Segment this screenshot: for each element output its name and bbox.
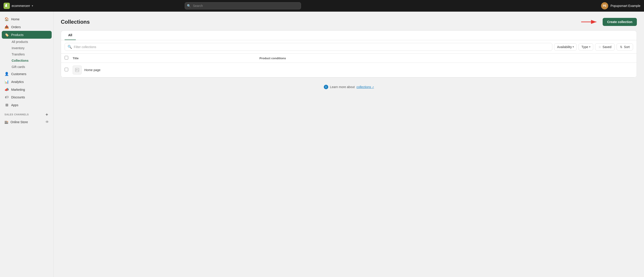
availability-filter-button[interactable]: Availability ▾ (554, 43, 577, 50)
analytics-icon: 📊 (4, 80, 9, 84)
main-content: Collections Create collection (54, 12, 644, 277)
col-header-title: Title (73, 56, 260, 60)
type-chevron-icon: ▾ (589, 46, 590, 48)
card-tabs: All (61, 31, 636, 40)
learn-more-link[interactable]: collections ↗ (356, 85, 374, 89)
sidebar-item-orders-label: Orders (11, 25, 21, 29)
table-header: Title Product conditions (61, 54, 636, 63)
store-name: ecommercerr (12, 4, 30, 8)
apps-icon: ⊞ (4, 103, 9, 107)
saved-filter-button[interactable]: ☆ Saved (595, 43, 615, 50)
sidebar-sub-gift-cards[interactable]: Gift cards (9, 64, 52, 70)
add-sales-channel-button[interactable]: ＋ (45, 112, 49, 116)
star-icon: ☆ (598, 45, 601, 49)
sidebar-item-analytics[interactable]: 📊 Analytics (2, 78, 52, 86)
avatar[interactable]: PE (601, 2, 608, 10)
topnav-right: PE Popupsmart Example (601, 2, 640, 10)
filters-bar: 🔍 Availability ▾ Type ▾ ☆ Saved ⇅ So (61, 40, 636, 54)
products-icon: 🏷️ (4, 33, 9, 37)
sidebar-sub-collections[interactable]: Collections (9, 58, 52, 64)
select-all-checkbox[interactable] (64, 56, 68, 60)
sort-button[interactable]: ⇅ Sort (616, 43, 633, 50)
sidebar-item-products-label: Products (11, 33, 24, 37)
svg-point-3 (76, 69, 77, 70)
sidebar-item-apps[interactable]: ⊞ Apps (2, 101, 52, 109)
sidebar-item-orders[interactable]: 📥 Orders (2, 23, 52, 31)
row-image (73, 66, 82, 74)
tab-all[interactable]: All (64, 31, 76, 40)
filter-search-icon: 🔍 (68, 45, 72, 49)
filter-search-container: 🔍 (64, 43, 552, 51)
sidebar-sub-transfers[interactable]: Transfers (9, 51, 52, 58)
username-label: Popupsmart Example (610, 4, 640, 8)
sidebar-item-discounts-label: Discounts (11, 96, 25, 99)
availability-chevron-icon: ▾ (573, 46, 574, 48)
learn-more-text: Learn more about (330, 85, 355, 89)
sidebar-sub-inventory[interactable]: Inventory (9, 45, 52, 51)
home-icon: 🏠 (4, 17, 9, 21)
sales-channels-section: 🏬 Online Store 👁 (0, 117, 54, 127)
sidebar-item-marketing[interactable]: 📣 Marketing (2, 86, 52, 94)
row-checkbox-container (64, 68, 73, 72)
info-icon: i (324, 85, 328, 89)
top-navigation: ecommercerr ▾ 🔍 PE Popupsmart Example (0, 0, 644, 12)
sidebar: 🏠 Home 📥 Orders 🏷️ Products All products… (0, 12, 54, 277)
type-filter-button[interactable]: Type ▾ (578, 43, 593, 50)
discounts-icon: 🏷 (4, 95, 9, 99)
sidebar-main-section: 🏠 Home 📥 Orders 🏷️ Products All products… (0, 14, 54, 110)
row-checkbox[interactable] (64, 68, 68, 71)
search-container: 🔍 (185, 2, 301, 10)
sidebar-item-home-label: Home (11, 18, 20, 21)
sidebar-item-apps-label: Apps (11, 103, 18, 107)
shopify-logo-icon (4, 3, 10, 9)
search-input[interactable] (185, 2, 301, 10)
sidebar-item-customers-label: Customers (11, 72, 26, 76)
main-layout: 🏠 Home 📥 Orders 🏷️ Products All products… (0, 12, 644, 277)
arrow-indicator (581, 19, 599, 24)
table-row[interactable]: Home page (61, 63, 636, 77)
products-submenu: All products Inventory Transfers Collect… (2, 39, 52, 70)
sales-channels-section-label: SALES CHANNELS ＋ (0, 110, 54, 117)
store-brand[interactable]: ecommercerr ▾ (4, 3, 33, 9)
row-title: Home page (84, 68, 267, 72)
marketing-icon: 📣 (4, 88, 9, 92)
orders-icon: 📥 (4, 25, 9, 29)
page-title: Collections (61, 19, 90, 25)
sidebar-item-online-store[interactable]: 🏬 Online Store 👁 (2, 118, 52, 126)
sidebar-item-products[interactable]: 🏷️ Products (2, 31, 52, 39)
page-header: Collections Create collection (61, 18, 637, 26)
sidebar-item-analytics-label: Analytics (11, 80, 24, 84)
online-store-label: Online Store (10, 120, 28, 124)
sidebar-item-marketing-label: Marketing (11, 88, 25, 92)
learn-more-section: i Learn more about collections ↗ (61, 78, 637, 96)
store-chevron-icon: ▾ (32, 4, 33, 8)
customers-icon: 👤 (4, 72, 9, 76)
col-header-conditions: Product conditions (260, 56, 633, 60)
visibility-icon[interactable]: 👁 (46, 120, 49, 124)
sidebar-item-customers[interactable]: 👤 Customers (2, 70, 52, 78)
sidebar-sub-all-products[interactable]: All products (9, 39, 52, 45)
filter-collections-input[interactable] (74, 45, 550, 49)
search-icon: 🔍 (187, 4, 191, 8)
arrow-icon (581, 19, 599, 24)
create-collection-button[interactable]: Create collection (603, 18, 637, 26)
image-placeholder-icon (75, 68, 79, 72)
external-link-icon: ↗ (372, 86, 374, 88)
sort-icon: ⇅ (620, 45, 622, 49)
sidebar-item-home[interactable]: 🏠 Home (2, 15, 52, 23)
sidebar-item-discounts[interactable]: 🏷 Discounts (2, 94, 52, 101)
select-all-checkbox-container (64, 56, 73, 60)
header-right: Create collection (581, 18, 637, 26)
collections-card: All 🔍 Availability ▾ Type ▾ ☆ Sav (61, 30, 637, 78)
online-store-icon: 🏬 (4, 120, 8, 124)
